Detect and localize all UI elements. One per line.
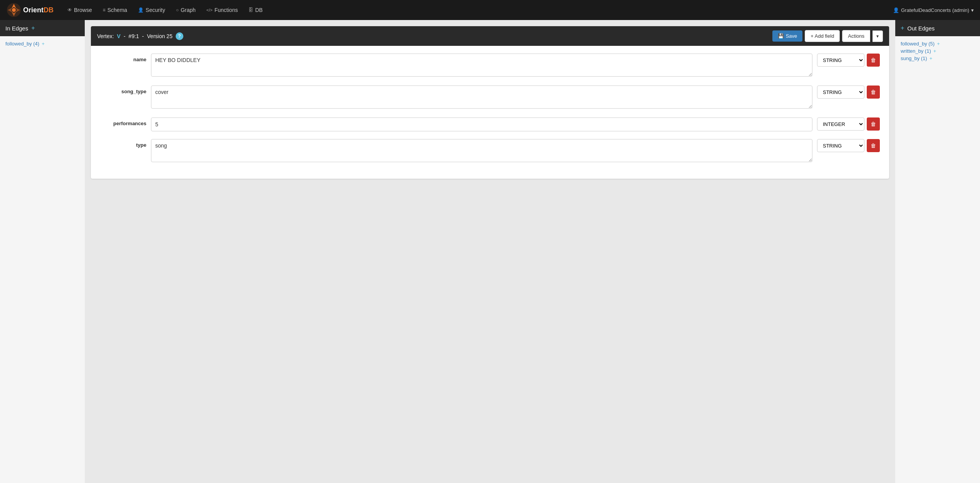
left-panel: In Edges + followed_by (4) +: [0, 20, 85, 483]
out-edge-followed-plus[interactable]: +: [937, 41, 940, 47]
actions-dropdown-button[interactable]: ▾: [873, 30, 883, 42]
add-out-edge-icon[interactable]: +: [901, 25, 904, 32]
in-edges-body: followed_by (4) +: [0, 36, 85, 53]
vertex-title: Vertex: V - #9:1 - Version 25 ?: [97, 32, 769, 40]
in-edge-plus-icon[interactable]: +: [42, 41, 45, 47]
in-edges-header: In Edges +: [0, 20, 85, 36]
nav-browse[interactable]: 👁 Browse: [63, 5, 97, 15]
eye-icon: 👁: [67, 7, 72, 13]
vertex-header: Vertex: V - #9:1 - Version 25 ? 💾 Save +…: [91, 26, 889, 46]
dropdown-icon: ▾: [876, 34, 879, 39]
field-input-wrap-name: HEY BO DIDDLEY: [151, 54, 812, 78]
header-actions: 💾 Save + Add field Actions ▾: [772, 30, 883, 42]
field-row-song-type: song_type cover STRING INTEGER FLOAT BOO…: [100, 86, 880, 110]
field-input-wrap-performances: [151, 117, 812, 131]
user-icon-nav: 👤: [893, 7, 899, 13]
trash-icon-name: 🗑: [871, 57, 876, 63]
field-input-wrap-song-type: cover: [151, 86, 812, 110]
graph-icon: ○: [176, 7, 179, 13]
brand-text: OrientDB: [23, 6, 54, 14]
save-label: Save: [786, 33, 797, 39]
add-in-edge-icon[interactable]: +: [31, 25, 35, 32]
db-icon: 🗄: [248, 7, 253, 13]
in-edge-followed-by-label: followed_by (4): [5, 41, 39, 47]
field-type-select-name[interactable]: STRING INTEGER FLOAT BOOLEAN DATE: [817, 54, 864, 67]
field-label-type: type: [100, 139, 146, 148]
orient-logo: [6, 2, 22, 18]
vertex-prefix: Vertex:: [97, 33, 114, 39]
field-label-name: name: [100, 54, 146, 62]
out-edge-sung-by[interactable]: sung_by (1) +: [901, 55, 975, 61]
out-edge-followed-by-label: followed_by (5): [901, 41, 935, 47]
nav-graph[interactable]: ○ Graph: [171, 5, 200, 15]
right-panel: + Out Edges followed_by (5) + written_by…: [895, 20, 980, 483]
add-field-button[interactable]: + Add field: [805, 30, 840, 42]
out-edge-followed-by[interactable]: followed_by (5) +: [901, 41, 975, 47]
field-input-name[interactable]: HEY BO DIDDLEY: [151, 54, 812, 77]
floppy-icon: 💾: [778, 33, 784, 39]
add-field-label: + Add field: [811, 33, 834, 39]
user-menu[interactable]: 👤 GratefulDeadConcerts (admin) ▾: [893, 7, 974, 13]
field-row-type: type song STRING INTEGER FLOAT BOOLEAN D…: [100, 139, 880, 163]
actions-label: Actions: [848, 33, 864, 39]
field-input-type[interactable]: song: [151, 139, 812, 162]
out-edge-written-plus[interactable]: +: [933, 48, 936, 54]
in-edges-title: In Edges: [5, 25, 28, 32]
field-type-select-type[interactable]: STRING INTEGER FLOAT BOOLEAN DATE: [817, 139, 864, 152]
field-type-wrap-type: STRING INTEGER FLOAT BOOLEAN DATE 🗑: [817, 139, 880, 152]
field-type-select-performances[interactable]: STRING INTEGER FLOAT BOOLEAN DATE: [817, 117, 864, 131]
code-icon: </>: [206, 8, 213, 12]
vertex-type: V: [117, 33, 121, 39]
field-row-performances: performances STRING INTEGER FLOAT BOOLEA…: [100, 117, 880, 131]
out-edge-written-by[interactable]: written_by (1) +: [901, 48, 975, 54]
out-edges-title: Out Edges: [907, 25, 935, 32]
username: GratefulDeadConcerts (admin): [901, 7, 969, 13]
nav-security[interactable]: 👤 Security: [133, 5, 170, 15]
nav-db[interactable]: 🗄 DB: [244, 5, 267, 15]
in-edge-followed-by[interactable]: followed_by (4) +: [5, 41, 79, 47]
field-delete-type[interactable]: 🗑: [867, 139, 880, 152]
trash-icon-performances: 🗑: [871, 121, 876, 127]
svg-point-5: [12, 8, 16, 12]
field-label-song-type: song_type: [100, 86, 146, 94]
field-delete-song-type[interactable]: 🗑: [867, 86, 880, 99]
field-delete-performances[interactable]: 🗑: [867, 117, 880, 131]
field-type-select-song-type[interactable]: STRING INTEGER FLOAT BOOLEAN DATE: [817, 86, 864, 99]
vertex-record: #9:1: [129, 33, 139, 39]
main-layout: In Edges + followed_by (4) + Vertex: V -…: [0, 20, 980, 483]
out-edges-body: followed_by (5) + written_by (1) + sung_…: [895, 36, 980, 67]
field-row-name: name HEY BO DIDDLEY STRING INTEGER FLOAT…: [100, 54, 880, 78]
actions-button[interactable]: Actions: [842, 30, 870, 42]
trash-icon-song-type: 🗑: [871, 89, 876, 95]
field-input-performances[interactable]: [151, 117, 812, 131]
navbar: OrientDB 👁 Browse ≡ Schema 👤 Security ○ …: [0, 0, 980, 20]
user-icon: 👤: [138, 7, 144, 13]
field-delete-name[interactable]: 🗑: [867, 54, 880, 67]
brand[interactable]: OrientDB: [6, 2, 54, 18]
user-dropdown-icon: ▾: [971, 7, 974, 13]
nav-schema[interactable]: ≡ Schema: [98, 5, 132, 15]
vertex-card: Vertex: V - #9:1 - Version 25 ? 💾 Save +…: [91, 26, 889, 179]
field-input-song-type[interactable]: cover: [151, 86, 812, 109]
out-edge-written-by-label: written_by (1): [901, 48, 931, 54]
out-edges-header: + Out Edges: [895, 20, 980, 36]
vertex-version: Version 25: [147, 33, 173, 39]
center-panel: Vertex: V - #9:1 - Version 25 ? 💾 Save +…: [85, 20, 895, 483]
field-input-wrap-type: song: [151, 139, 812, 163]
field-type-wrap-performances: STRING INTEGER FLOAT BOOLEAN DATE 🗑: [817, 117, 880, 131]
out-edge-sung-plus[interactable]: +: [930, 55, 933, 61]
out-edge-sung-by-label: sung_by (1): [901, 55, 927, 61]
nav-functions[interactable]: </> Functions: [202, 5, 243, 15]
help-icon[interactable]: ?: [176, 32, 183, 40]
field-label-performances: performances: [100, 117, 146, 126]
trash-icon-type: 🗑: [871, 143, 876, 149]
save-button[interactable]: 💾 Save: [772, 30, 803, 42]
field-type-wrap-name: STRING INTEGER FLOAT BOOLEAN DATE 🗑: [817, 54, 880, 67]
field-type-wrap-song-type: STRING INTEGER FLOAT BOOLEAN DATE 🗑: [817, 86, 880, 99]
fields-container: name HEY BO DIDDLEY STRING INTEGER FLOAT…: [91, 46, 889, 179]
nav-links: 👁 Browse ≡ Schema 👤 Security ○ Graph </>…: [63, 5, 893, 15]
schema-icon: ≡: [103, 7, 106, 13]
